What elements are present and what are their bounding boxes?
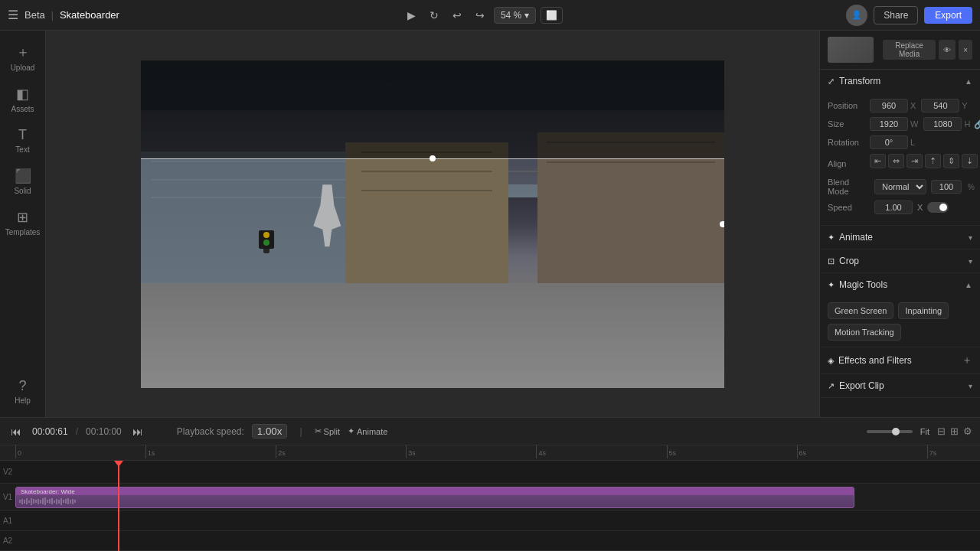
opacity-input[interactable] xyxy=(931,180,962,194)
blend-mode-select[interactable]: Normal xyxy=(874,179,926,194)
separator: | xyxy=(51,10,54,21)
waveform-bar xyxy=(40,500,41,504)
position-y-input[interactable] xyxy=(921,99,959,112)
tc-icon-1[interactable]: ⊟ xyxy=(937,425,946,437)
effects-add-icon[interactable]: ＋ xyxy=(962,354,972,367)
align-center-v-button[interactable]: ⇕ xyxy=(943,154,959,168)
waveform-bar xyxy=(42,498,44,504)
transform-collapse-icon: ▲ xyxy=(965,77,972,86)
playback-speed-button[interactable]: 1.00x xyxy=(252,424,288,439)
waveform-bar xyxy=(67,498,69,504)
size-lock-icon[interactable]: 🔗 xyxy=(974,119,980,129)
animate-section-header[interactable]: ✦ Animate ▾ xyxy=(820,226,980,249)
loop-button[interactable]: ↻ xyxy=(425,6,443,24)
align-left-button[interactable]: ⇤ xyxy=(870,154,886,168)
redo-button[interactable]: ↪ xyxy=(471,6,489,24)
sidebar-item-templates[interactable]: ⊞ Templates xyxy=(3,204,43,241)
waveform-bar xyxy=(38,499,39,504)
track-v2-label: V2 xyxy=(0,468,15,476)
waveform-bar xyxy=(70,500,71,504)
canvas-area xyxy=(46,31,819,417)
ruler-tick-1s: 1s xyxy=(145,445,155,458)
export-button[interactable]: Export xyxy=(924,7,972,24)
sidebar-item-help[interactable]: ? Help xyxy=(3,373,43,409)
sidebar-label-assets: Assets xyxy=(11,105,34,113)
crop-handle-right[interactable] xyxy=(720,221,724,227)
export-clip-icon: ↗ xyxy=(828,381,835,391)
magic-tools-content: Green Screen Inpainting Motion Tracking xyxy=(820,296,980,347)
speed-toggle-button[interactable] xyxy=(927,202,949,213)
tc-icon-2[interactable]: ⊞ xyxy=(950,425,959,437)
media-delete-button[interactable]: × xyxy=(959,40,972,60)
crop-section-header[interactable]: ⊡ Crop ▾ xyxy=(820,249,980,272)
clip-header: Skateboarder: Wide xyxy=(16,487,854,495)
waveform-bar xyxy=(31,498,32,505)
timeline-body: 0 1s 2s 3s 4s 5s 6s 7s V2 V1 xyxy=(0,445,980,551)
track-a2-area xyxy=(15,531,980,550)
sidebar-label-text: Text xyxy=(15,145,29,154)
transform-content: Position X Y Size W H 🔗 Rotation xyxy=(820,93,980,225)
waveform-bar xyxy=(28,500,30,503)
transform-section: ⤢ Transform ▲ Position X Y Size W xyxy=(820,70,980,226)
opacity-percent: % xyxy=(968,183,975,191)
align-bottom-button[interactable]: ⇣ xyxy=(962,154,978,168)
align-top-button[interactable]: ⇡ xyxy=(925,154,941,168)
size-w-input[interactable] xyxy=(870,117,908,131)
skip-back-button[interactable]: ⏮ xyxy=(8,424,24,439)
animate-icon: ✦ xyxy=(828,233,835,243)
crop-handle-top[interactable] xyxy=(430,155,436,161)
main-video-clip[interactable]: Skateboarder: Wide xyxy=(15,487,854,508)
green-screen-button[interactable]: Green Screen xyxy=(828,302,893,319)
sidebar-item-assets[interactable]: ◧ Assets xyxy=(3,81,43,118)
zoom-chevron: ▾ xyxy=(524,10,529,21)
undo-button[interactable]: ↩ xyxy=(448,6,466,24)
menu-icon[interactable]: ☰ xyxy=(8,8,18,22)
animate-button[interactable]: ✦ Animate xyxy=(348,426,387,436)
upload-icon: ＋ xyxy=(16,43,30,61)
inpainting-button[interactable]: Inpainting xyxy=(898,302,949,319)
play-button[interactable]: ▶ xyxy=(403,6,420,24)
animate-collapse-icon: ▾ xyxy=(969,233,972,242)
ruler-inner: 0 1s 2s 3s 4s 5s 6s 7s xyxy=(15,445,980,460)
project-name: Skateboarder xyxy=(60,9,119,21)
zoom-button[interactable]: 54 % ▾ xyxy=(494,7,536,24)
export-clip-section-header[interactable]: ↗ Export Clip ▾ xyxy=(820,374,980,397)
speed-input[interactable] xyxy=(874,201,913,214)
tc-settings[interactable]: ⚙ xyxy=(963,425,972,437)
size-h-input[interactable] xyxy=(923,117,962,131)
align-right-button[interactable]: ⇥ xyxy=(906,154,923,168)
effects-section-header[interactable]: ◈ Effects and Filters ＋ xyxy=(820,347,980,373)
templates-icon: ⊞ xyxy=(17,209,28,226)
tracks-container: V2 V1 Skateboarder: Wide xyxy=(0,461,980,551)
magic-tools-section-header[interactable]: ✦ Magic Tools ▲ xyxy=(820,273,980,296)
volume-slider[interactable] xyxy=(867,430,913,433)
transform-icon: ⤢ xyxy=(828,77,835,86)
track-v1-label: V1 xyxy=(0,493,15,501)
media-header: Skatboa... Replace Media 👁 × xyxy=(820,31,980,70)
timeline-ruler: 0 1s 2s 3s 4s 5s 6s 7s xyxy=(0,445,980,461)
tc-icon-row: ⊟ ⊞ ⚙ xyxy=(937,425,972,437)
position-x-label: X xyxy=(910,101,916,110)
media-visibility-button[interactable]: 👁 xyxy=(939,40,956,60)
transform-section-header[interactable]: ⤢ Transform ▲ xyxy=(820,70,980,93)
replace-media-button[interactable]: Replace Media xyxy=(883,40,936,60)
sidebar-item-upload[interactable]: ＋ Upload xyxy=(3,38,43,77)
fit-button[interactable]: Fit xyxy=(920,427,929,436)
size-h-label: H xyxy=(964,119,970,129)
screen-button[interactable]: ⬜ xyxy=(541,7,563,24)
skip-forward-button[interactable]: ⏭ xyxy=(129,424,146,439)
magic-icon: ✦ xyxy=(828,280,835,290)
sidebar-item-text[interactable]: T Text xyxy=(3,122,43,158)
position-x-input[interactable] xyxy=(870,99,908,112)
rotation-input[interactable] xyxy=(870,135,908,149)
sidebar-item-solid[interactable]: ⬛ Solid xyxy=(3,163,43,200)
sidebar-label-templates: Templates xyxy=(5,228,41,236)
motion-tracking-button[interactable]: Motion Tracking xyxy=(828,324,901,341)
align-center-h-button[interactable]: ⇔ xyxy=(888,154,904,168)
animate-section: ✦ Animate ▾ xyxy=(820,226,980,249)
magic-tools-title: ✦ Magic Tools xyxy=(828,279,887,290)
share-button[interactable]: Share xyxy=(874,6,918,24)
split-button[interactable]: ✂ Split xyxy=(315,426,340,436)
track-v2: V2 xyxy=(0,461,980,484)
waveform-bar xyxy=(65,499,67,504)
